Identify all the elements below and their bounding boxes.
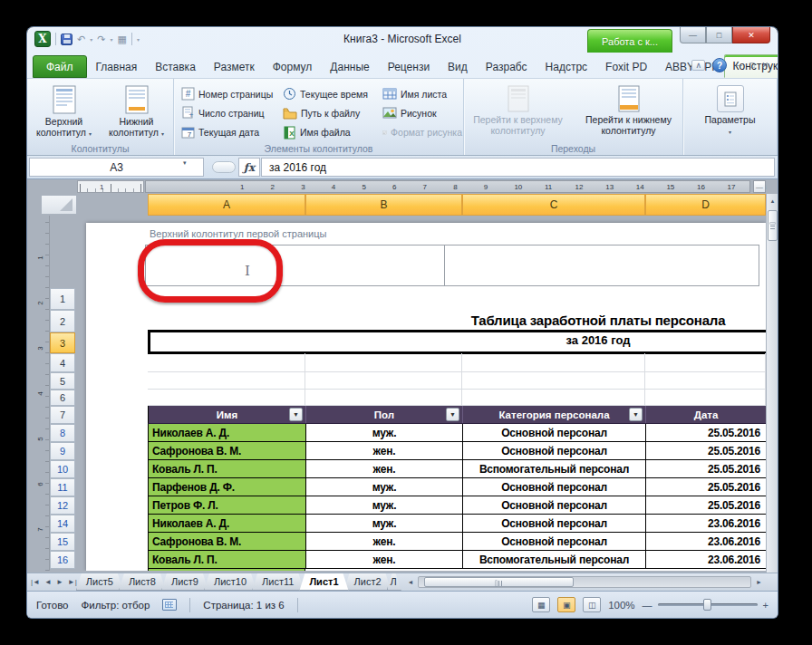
ribbon-tab-формул[interactable]: Формул — [264, 56, 322, 78]
gender-cell[interactable]: муж. — [306, 424, 463, 442]
page-break-view-button[interactable]: ◫ — [583, 597, 601, 612]
name-cell[interactable]: Петров Ф. Л. — [149, 496, 306, 515]
column-header-date[interactable]: Дата — [646, 406, 766, 423]
scrollbar-split-handle[interactable]: — — [753, 180, 766, 193]
row-header-6[interactable]: 6 — [50, 390, 75, 406]
formula-bar-collapse-handle[interactable] — [212, 161, 236, 173]
date-cell[interactable]: 23.06.2016 — [646, 515, 766, 533]
category-cell[interactable]: Вспомогательный персонал — [463, 551, 646, 569]
first-sheet-icon[interactable]: |◄ — [31, 578, 40, 586]
date-cell[interactable]: 25.05.2016 — [646, 478, 766, 496]
select-all-corner[interactable] — [41, 195, 77, 215]
macro-record-icon[interactable] — [162, 599, 177, 611]
scroll-right-icon[interactable]: ► — [753, 579, 765, 585]
row-header-15[interactable]: 15 — [50, 533, 75, 551]
vertical-scroll-thumb[interactable] — [768, 210, 778, 241]
filter-dropdown-icon[interactable]: ▼ — [446, 408, 459, 421]
collapse-ribbon-icon[interactable]: ∧ — [691, 60, 705, 71]
name-cell[interactable]: Парфенов Д. Ф. — [149, 478, 306, 496]
empty-cell[interactable] — [645, 390, 766, 406]
name-box-dropdown-icon[interactable]: ▾ — [183, 159, 187, 167]
empty-cell[interactable] — [305, 390, 462, 406]
workbook-minimize-icon[interactable]: — — [734, 61, 742, 70]
page-layout-view-button[interactable]: ▣ — [557, 597, 575, 612]
sheet-tab-лист8[interactable]: Лист8 — [119, 573, 166, 591]
name-cell[interactable]: Коваль Л. П. — [149, 460, 306, 478]
gender-cell[interactable]: муж. — [306, 496, 463, 515]
row-header-1[interactable]: 1 — [50, 288, 75, 310]
page-count-button[interactable]: + Число страниц — [179, 103, 281, 122]
current-date-button[interactable]: 7 Текущая дата — [179, 123, 281, 142]
empty-cell[interactable] — [462, 372, 645, 390]
row-header-2[interactable]: 2 — [50, 310, 75, 332]
minimize-button[interactable]: — — [680, 27, 706, 43]
gender-cell[interactable]: жен. — [306, 460, 463, 478]
empty-cell[interactable] — [462, 390, 645, 406]
sheet-name-button[interactable]: Имя листа — [381, 84, 464, 103]
current-time-button[interactable]: Текущее время — [281, 84, 381, 103]
date-cell[interactable]: 23.06.2016 — [646, 551, 766, 569]
category-cell[interactable]: Основной персонал — [463, 533, 646, 551]
category-cell[interactable]: Основной персонал — [463, 442, 646, 460]
gender-cell[interactable]: жен. — [306, 442, 463, 460]
row-header-4[interactable]: 4 — [50, 353, 75, 372]
name-cell[interactable]: Коваль Л. П. — [149, 551, 306, 569]
empty-cell[interactable] — [645, 353, 766, 372]
row-header-11[interactable]: 11 — [50, 478, 75, 496]
empty-cell[interactable] — [305, 353, 462, 372]
row-header-10[interactable]: 10 — [50, 460, 75, 478]
ribbon-tab-данные[interactable]: Данные — [321, 56, 378, 78]
name-cell[interactable]: Сафронова В. М. — [149, 442, 306, 460]
sheet-tab-лист9[interactable]: Лист9 — [161, 573, 208, 591]
table-subtitle[interactable]: за 2016 год — [417, 333, 778, 347]
empty-cell[interactable] — [148, 372, 305, 390]
column-header-category[interactable]: Категория персонала ▼ — [463, 406, 646, 423]
empty-cell[interactable] — [462, 353, 645, 372]
help-icon[interactable]: ? — [712, 58, 727, 72]
date-cell[interactable]: 25.05.2016 — [646, 496, 766, 515]
formula-input[interactable]: за 2016 год — [261, 158, 775, 177]
name-cell[interactable]: Николаев А. Д. — [149, 515, 306, 533]
sheet-tab-л[interactable]: Л — [387, 573, 401, 591]
scroll-left-icon[interactable]: ◄ — [405, 579, 417, 585]
date-cell[interactable]: 23.06.2016 — [646, 533, 766, 551]
vertical-scrollbar[interactable]: ▲ — [766, 194, 778, 573]
gender-cell[interactable]: жен. — [306, 551, 463, 569]
category-cell[interactable]: Основной персонал — [463, 496, 646, 515]
category-cell[interactable]: Вспомогательный персонал — [463, 460, 646, 478]
file-path-button[interactable]: Путь к файлу — [281, 103, 381, 122]
ribbon-tab-разрабс[interactable]: Разрабс — [477, 56, 536, 78]
ribbon-tab-рецензи[interactable]: Рецензи — [379, 56, 439, 78]
ribbon-tab-файл[interactable]: Файл — [33, 55, 87, 78]
page-number-button[interactable]: # Номер страницы — [179, 84, 281, 103]
category-cell[interactable]: Основной персонал — [463, 478, 646, 496]
last-sheet-icon[interactable]: ►| — [68, 578, 77, 586]
zoom-track[interactable] — [658, 603, 758, 606]
sheet-tab-лист10[interactable]: Лист10 — [204, 573, 256, 591]
next-sheet-icon[interactable]: ► — [56, 578, 63, 586]
row-header-7[interactable]: 7 — [50, 406, 75, 424]
row-header-8[interactable]: 8 — [50, 424, 75, 442]
insert-function-button[interactable]: ƒx — [238, 158, 260, 177]
scroll-up-icon[interactable]: ▲ — [767, 194, 778, 207]
ribbon-tab-вставка[interactable]: Вставка — [146, 56, 205, 78]
column-header-C[interactable]: C — [462, 194, 645, 216]
workbook-restore-icon[interactable]: □ — [749, 61, 754, 70]
filter-dropdown-icon[interactable]: ▼ — [629, 408, 643, 421]
row-header-9[interactable]: 9 — [50, 442, 75, 460]
file-name-button[interactable]: X Имя файла — [281, 123, 381, 142]
column-header-name[interactable]: Имя ▼ — [149, 406, 306, 423]
category-cell[interactable]: Основной персонал — [463, 515, 646, 533]
gender-cell[interactable]: муж. — [306, 515, 463, 533]
close-button[interactable]: ✕ — [732, 27, 770, 43]
prev-sheet-icon[interactable]: ◄ — [44, 578, 52, 586]
sheet-tab-лист1[interactable]: Лист1 — [299, 573, 348, 591]
ribbon-tab-надстрс[interactable]: Надстрс — [536, 56, 597, 78]
ribbon-tab-foxit-pd[interactable]: Foxit PD — [596, 56, 656, 78]
zoom-out-icon[interactable]: — — [643, 600, 652, 611]
sheet-tab-лист5[interactable]: Лист5 — [76, 573, 123, 591]
empty-cell[interactable] — [148, 353, 305, 372]
column-header-A[interactable]: A — [148, 194, 305, 216]
zoom-in-icon[interactable]: + — [763, 600, 768, 611]
zoom-thumb[interactable] — [703, 599, 711, 611]
